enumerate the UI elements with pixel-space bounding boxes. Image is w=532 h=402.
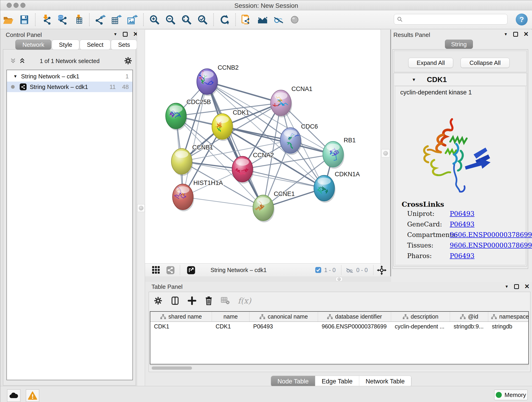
export-network-button[interactable] bbox=[94, 13, 107, 26]
import-network-database-button[interactable] bbox=[56, 13, 69, 26]
node-CCNB2[interactable] bbox=[197, 69, 218, 96]
column-tree-icon bbox=[403, 314, 409, 320]
column-header-namespace[interactable]: namespace bbox=[488, 312, 529, 322]
show-columns-icon[interactable] bbox=[171, 296, 180, 305]
search-input[interactable] bbox=[405, 15, 507, 24]
table-horizontal-scrollbar[interactable] bbox=[150, 365, 529, 370]
edge-count: 48 bbox=[122, 83, 129, 90]
table-panel-collapse-icon[interactable]: ▼ bbox=[505, 284, 509, 289]
hide-glasses-button[interactable] bbox=[272, 13, 285, 26]
crosslink-link[interactable]: 9606.ENSP00000378699 bbox=[450, 242, 532, 249]
tab-style[interactable]: Style bbox=[52, 40, 79, 50]
crosslink-link[interactable]: 9606.ENSP00000378699 bbox=[450, 231, 532, 239]
delete-column-trash-icon[interactable] bbox=[204, 296, 213, 305]
warning-status-button[interactable] bbox=[26, 389, 39, 402]
crosslink-link[interactable]: P06493 bbox=[450, 252, 475, 260]
right-splitter[interactable] bbox=[380, 30, 391, 276]
memory-button[interactable]: Memory bbox=[494, 390, 528, 400]
left-splitter[interactable] bbox=[137, 30, 145, 386]
toolbar-search[interactable] bbox=[394, 14, 507, 25]
column-header-canonical-name[interactable]: canonical name bbox=[249, 312, 318, 322]
help-icon[interactable]: ? bbox=[516, 13, 528, 26]
tab-network[interactable]: Network bbox=[15, 40, 51, 50]
share-view-icon[interactable] bbox=[166, 266, 175, 274]
zoom-selected-button[interactable] bbox=[196, 13, 209, 26]
network-collection-row[interactable]: ▼ String Network – cdk1 1 bbox=[7, 71, 133, 82]
gene-section: ▼ CDK1 cyclin-dependent kinase 1 bbox=[394, 73, 527, 266]
refresh-button[interactable] bbox=[218, 13, 231, 26]
gene-expander-icon[interactable]: ▼ bbox=[412, 77, 416, 82]
gene-section-header[interactable]: ▼ CDK1 bbox=[394, 73, 527, 86]
string-home-icon bbox=[257, 14, 268, 25]
open-session-button[interactable] bbox=[2, 13, 15, 26]
column-header-name[interactable]: name bbox=[212, 312, 249, 322]
table-options-gear-icon[interactable] bbox=[153, 296, 163, 305]
control-panel-float-icon[interactable] bbox=[123, 32, 128, 37]
tab-node-table[interactable]: Node Table bbox=[271, 376, 315, 387]
network-row-selected[interactable]: String Network – cdk1 11 48 bbox=[7, 82, 133, 92]
open-in-new-window-icon[interactable] bbox=[187, 266, 196, 274]
node-CCNE1[interactable] bbox=[253, 195, 274, 222]
table-cell[interactable]: P06493 bbox=[249, 322, 318, 331]
create-column-plus-icon[interactable] bbox=[187, 296, 196, 305]
save-session-button[interactable] bbox=[18, 13, 31, 26]
zoom-in-button[interactable] bbox=[148, 13, 161, 26]
table-row[interactable]: CDK1CDK1P064939606.ENSP00000378699cyclin… bbox=[150, 322, 528, 331]
node-CDK1[interactable] bbox=[212, 114, 234, 141]
window-title: Session: New Session bbox=[0, 2, 532, 9]
tab-edge-table[interactable]: Edge Table bbox=[315, 376, 359, 387]
grid-view-icon[interactable] bbox=[152, 266, 160, 274]
column-header-shared-name[interactable]: shared name bbox=[150, 312, 212, 322]
table-cell[interactable]: CDK1 bbox=[150, 322, 212, 331]
import-network-file-button[interactable] bbox=[40, 13, 53, 26]
tab-string[interactable]: String bbox=[445, 40, 473, 49]
edge-HIST1H1A-CCNE1[interactable] bbox=[183, 197, 263, 208]
table-cell[interactable]: 9606.ENSP00000378699 bbox=[318, 322, 391, 331]
edge-CCNB2-CCNE1[interactable] bbox=[207, 82, 263, 208]
network-options-gear-icon[interactable] bbox=[124, 56, 133, 65]
node-HIST1H1A[interactable] bbox=[172, 184, 194, 211]
tab-network-table[interactable]: Network Table bbox=[359, 376, 412, 387]
column-header--id[interactable]: @id bbox=[450, 312, 488, 322]
birds-eye-view-icon[interactable] bbox=[377, 265, 386, 275]
results-panel-close-icon[interactable]: ✕ bbox=[524, 32, 529, 37]
control-panel-collapse-icon[interactable]: ▼ bbox=[114, 32, 117, 37]
expander-icon[interactable]: ▼ bbox=[13, 74, 17, 79]
node-CCNB1[interactable] bbox=[171, 148, 193, 176]
node-RB1[interactable] bbox=[323, 141, 344, 169]
bottom-splitter[interactable] bbox=[145, 276, 391, 282]
network-canvas[interactable]: CCNB2CCNA1CDC25BCDK1CDC6RB1CCNB1CCNA2CDK… bbox=[145, 30, 380, 263]
share-file-button[interactable] bbox=[240, 13, 253, 26]
tab-sets[interactable]: Sets bbox=[111, 40, 137, 50]
string-home-button[interactable] bbox=[256, 13, 269, 26]
scrollbar-thumb[interactable] bbox=[152, 366, 192, 370]
tab-select[interactable]: Select bbox=[80, 40, 110, 50]
node-CCNA2[interactable] bbox=[232, 156, 254, 184]
zoom-out-button[interactable] bbox=[164, 13, 177, 26]
node-CDKN1A[interactable] bbox=[314, 175, 336, 203]
import-table-file-button[interactable] bbox=[72, 13, 85, 26]
table-cell[interactable]: stringdb bbox=[488, 322, 529, 331]
export-table-button[interactable] bbox=[110, 13, 123, 26]
show-eye-button[interactable] bbox=[288, 13, 301, 26]
table-cell[interactable]: cyclin-dependent ... bbox=[391, 322, 450, 331]
table-cell[interactable]: CDK1 bbox=[212, 322, 249, 331]
column-header-database-identifier[interactable]: database identifier bbox=[318, 312, 391, 322]
table-cell[interactable]: stringdb:9... bbox=[450, 322, 488, 331]
column-header-description[interactable]: description bbox=[391, 312, 450, 322]
crosslink-link[interactable]: P06493 bbox=[450, 220, 475, 228]
collapse-all-button[interactable]: Collapse All bbox=[461, 58, 510, 68]
node-CCNA1[interactable] bbox=[271, 90, 292, 117]
table-panel-float-icon[interactable] bbox=[514, 284, 519, 289]
results-panel-float-icon[interactable] bbox=[513, 32, 518, 37]
zoom-fit-button[interactable] bbox=[180, 13, 193, 26]
cloud-status-button[interactable] bbox=[7, 389, 20, 402]
selected-checkbox-icon[interactable] bbox=[315, 267, 322, 273]
expand-all-button[interactable]: Expand All bbox=[408, 58, 453, 68]
share-file-icon bbox=[241, 14, 252, 25]
table-panel-close-icon[interactable]: ✕ bbox=[525, 284, 530, 289]
results-panel-collapse-icon[interactable]: ▼ bbox=[504, 32, 508, 37]
edge-CCNA2-CDKN1A[interactable] bbox=[242, 169, 324, 188]
crosslink-link[interactable]: P06493 bbox=[450, 210, 475, 217]
export-image-button[interactable] bbox=[126, 13, 139, 26]
